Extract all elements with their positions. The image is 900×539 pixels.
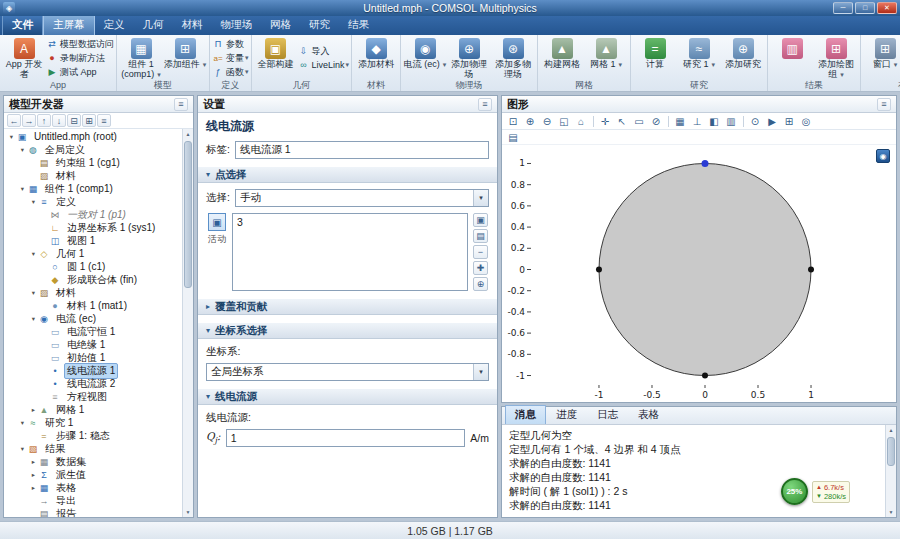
vertex-point-selected[interactable] (702, 160, 709, 167)
zoom-box-icon[interactable]: ⊡ (505, 114, 521, 128)
ribbon-tab[interactable]: 几何 (134, 16, 173, 35)
ribbon-tab[interactable]: 研究 (300, 16, 339, 35)
ribbon-item[interactable]: ⊞添加绘图组 ▾ (814, 36, 858, 80)
vertex-point[interactable] (808, 267, 814, 273)
ribbon-item[interactable]: ▣全部构建 (254, 36, 298, 80)
label-input[interactable]: 线电流源 1 (235, 141, 489, 159)
messages-scrollbar[interactable]: ▲ ▼ (885, 425, 896, 517)
ribbon-item[interactable]: ⊞窗口 ▾ (863, 36, 900, 80)
tree-item[interactable]: →导出 (4, 494, 182, 507)
ribbon-item[interactable]: ▶测试 App (46, 65, 114, 79)
ribbon-item[interactable]: ⇄模型数据访问 (46, 37, 114, 51)
ribbon-item[interactable]: ⇩导入 (298, 44, 350, 58)
expand-all-icon[interactable]: ⊞ (82, 114, 96, 127)
ribbon-item[interactable]: ∞LiveLink▾ (298, 58, 350, 72)
tree-arrow-icon[interactable]: ▾ (18, 185, 27, 193)
deselect-icon[interactable]: ⊘ (648, 114, 664, 128)
tree-item[interactable]: ≡方程视图 (4, 390, 182, 403)
section-line-current-source[interactable]: ▾ 线电流源 (198, 388, 497, 405)
ribbon-item[interactable]: ≈研究 1 ▾ (677, 36, 721, 80)
collapse-all-icon[interactable]: ⊟ (67, 114, 81, 127)
source-value-input[interactable]: 1 (226, 429, 466, 447)
tree-item[interactable]: ▤约束组 1 (cg1) (4, 156, 182, 169)
ribbon-item[interactable]: ⊕添加研究 (721, 36, 765, 80)
ribbon-tab-file[interactable]: 文件 (2, 15, 43, 35)
minimize-button[interactable]: ─ (833, 2, 853, 14)
ribbon-tab[interactable]: 网格 (261, 16, 300, 35)
messages-tab[interactable]: 日志 (587, 405, 628, 424)
ribbon-tab[interactable]: 结果 (339, 16, 378, 35)
selection-list-item[interactable]: 3 (237, 216, 463, 228)
scroll-down-icon[interactable]: ▼ (886, 507, 896, 517)
tree-item[interactable]: ▸▦表格 (4, 481, 182, 494)
section-point-selection[interactable]: ▾ 点选择 (198, 166, 497, 183)
panel-menu-icon[interactable]: ≡ (478, 98, 492, 111)
scroll-thumb[interactable] (887, 437, 895, 466)
tree-item[interactable]: ▸Σ派生值 (4, 468, 182, 481)
tree-item[interactable]: ▾▣Untitled.mph (root) (4, 130, 182, 143)
ribbon-item[interactable]: ●录制新方法 (46, 51, 114, 65)
model-tree-settings-icon[interactable]: ≡ (97, 114, 111, 127)
copy-selection-icon[interactable]: ▣ (473, 213, 488, 227)
grid-icon[interactable]: ▦ (672, 114, 688, 128)
print-icon[interactable]: ▤ (505, 130, 521, 144)
tree-arrow-icon[interactable]: ▾ (7, 133, 16, 141)
go-to-default-view-icon[interactable]: ⌂ (573, 114, 589, 128)
graphics-plot[interactable]: -1-0.500.51-1-0.8-0.6-0.4-0.200.20.40.60… (502, 145, 896, 402)
tree-arrow-icon[interactable]: ▾ (29, 315, 38, 323)
ribbon-tab[interactable]: 定义 (95, 16, 134, 35)
selection-dropdown[interactable]: 手动 ▾ (235, 189, 489, 207)
tree-arrow-icon[interactable]: ▾ (29, 198, 38, 206)
axes-icon[interactable]: ⊥ (689, 114, 705, 128)
chevron-down-icon[interactable]: ▾ (473, 190, 488, 206)
plot-windows-icon[interactable]: ⊞ (781, 114, 797, 128)
scroll-track[interactable] (183, 139, 193, 507)
camera-icon[interactable]: ◎ (798, 114, 814, 128)
tree-item[interactable]: ◆形成联合体 (fin) (4, 273, 182, 286)
tree-arrow-icon[interactable]: ▾ (18, 419, 27, 427)
chevron-down-icon[interactable]: ▾ (473, 364, 488, 380)
ribbon-tab[interactable]: 物理场 (212, 16, 262, 35)
ribbon-item[interactable]: a=变量▾ (212, 51, 249, 65)
image-snapshot-icon[interactable]: ⊙ (747, 114, 763, 128)
geometry-domain[interactable] (599, 163, 811, 375)
paste-selection-icon[interactable]: ▤ (473, 229, 488, 243)
tree-item[interactable]: ▸▦数据集 (4, 455, 182, 468)
comsol-logo-button[interactable]: ◉ (876, 149, 890, 163)
tree-arrow-icon[interactable]: ▸ (29, 484, 38, 492)
ribbon-item[interactable]: ⊛添加多物理场 (491, 36, 535, 80)
zoom-to-selection-icon[interactable]: ⊕ (473, 277, 488, 291)
pan-icon[interactable]: ✛ (597, 114, 613, 128)
panel-menu-icon[interactable]: ≡ (174, 98, 188, 111)
section-override[interactable]: ▸ 覆盖和贡献 (198, 298, 497, 315)
tree-arrow-icon[interactable]: ▾ (18, 146, 27, 154)
create-selection-icon[interactable]: ✚ (473, 261, 488, 275)
tree-item[interactable]: ▾▦组件 1 (comp1) (4, 182, 182, 195)
messages-tab[interactable]: 进度 (546, 405, 587, 424)
ribbon-item[interactable]: Π参数 (212, 37, 249, 51)
tree-item[interactable]: =步骤 1: 稳态 (4, 429, 182, 442)
vertex-point[interactable] (596, 267, 602, 273)
scroll-down-icon[interactable]: ▼ (183, 507, 193, 517)
tree-arrow-icon[interactable]: ▸ (29, 471, 38, 479)
ribbon-item[interactable]: ◉电流 (ec) ▾ (403, 36, 447, 80)
zoom-in-icon[interactable]: ⊕ (522, 114, 538, 128)
maximize-button[interactable]: □ (855, 2, 875, 14)
ribbon-item[interactable]: AApp 开发者 (2, 36, 46, 80)
messages-tab[interactable]: 表格 (628, 405, 669, 424)
tree-arrow-icon[interactable]: ▾ (18, 445, 27, 453)
ribbon-item[interactable]: ▲网格 1 ▾ (584, 36, 628, 80)
graphics-plot-area[interactable]: ◉ -1-0.500.51-1-0.8-0.6-0.4-0.200.20.40.… (502, 145, 896, 402)
ribbon-item[interactable]: ⊞添加组件 ▾ (163, 36, 207, 80)
coordinate-system-dropdown[interactable]: 全局坐标系 ▾ (206, 363, 489, 381)
forward-icon[interactable]: → (22, 114, 36, 127)
ribbon-item[interactable]: =计算 (633, 36, 677, 80)
messages-tab[interactable]: 消息 (505, 405, 546, 424)
ribbon-item[interactable]: ▲构建网格 (540, 36, 584, 80)
scroll-thumb[interactable] (184, 141, 192, 288)
ribbon-item[interactable]: ◆添加材料 (354, 36, 398, 80)
vertex-point[interactable] (702, 373, 708, 379)
remove-from-selection-icon[interactable]: − (473, 245, 488, 259)
section-coordinate-selection[interactable]: ▾ 坐标系选择 (198, 322, 497, 339)
selection-listbox[interactable]: 3 (232, 213, 468, 291)
